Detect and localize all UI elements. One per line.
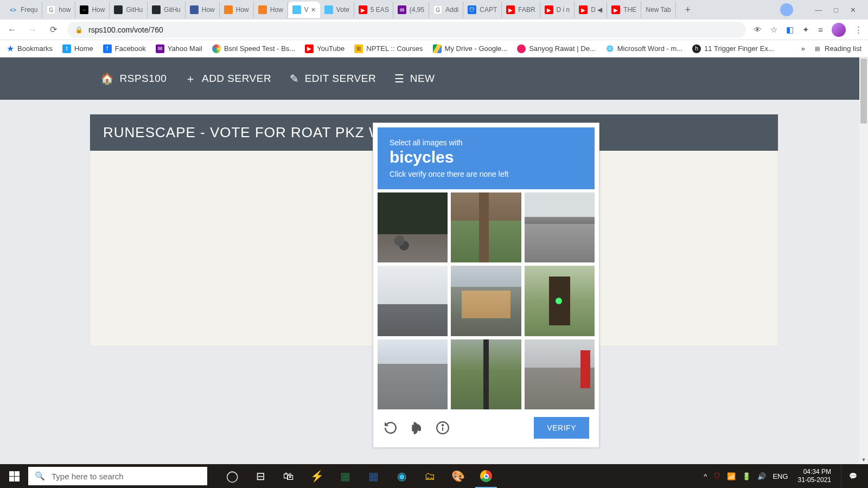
task-view-icon[interactable]: ⊟: [247, 464, 273, 488]
scroll-down-icon[interactable]: ▼: [859, 455, 868, 464]
word-icon[interactable]: ▦: [360, 464, 386, 488]
tab-active[interactable]: V✕: [288, 2, 320, 18]
new-tab-button[interactable]: +: [680, 2, 695, 17]
chrome-menu-button[interactable]: ⋮: [854, 25, 863, 35]
recaptcha-tile[interactable]: [378, 192, 448, 262]
tab-label: how: [59, 6, 71, 14]
tab[interactable]: Ghow: [42, 2, 75, 18]
recaptcha-tile[interactable]: [378, 339, 448, 409]
tab[interactable]: ▶5 EAS: [354, 2, 393, 18]
bookmark-item[interactable]: 🌐Microsoft Word - m...: [605, 44, 682, 53]
recaptcha-tile[interactable]: [525, 339, 595, 409]
language-indicator[interactable]: ENG: [773, 472, 788, 480]
start-button[interactable]: [0, 464, 28, 488]
tab[interactable]: ▶FABR: [502, 2, 540, 18]
search-icon: 🔍: [35, 471, 45, 481]
profile-avatar-icon[interactable]: [832, 23, 846, 37]
window-maximize-button[interactable]: □: [834, 6, 838, 14]
file-explorer-icon[interactable]: 🗂: [417, 464, 443, 488]
bookmark-item[interactable]: My Drive - Google...: [433, 44, 508, 53]
bookmark-item[interactable]: Sanyog Rawat | De...: [517, 44, 596, 53]
bookmark-item[interactable]: tHome: [62, 44, 93, 53]
favicon-youtube-icon: ▶: [506, 5, 515, 14]
tab[interactable]: ▶D ◀: [575, 2, 607, 18]
tab-label: (4,95: [410, 6, 424, 14]
window-minimize-button[interactable]: —: [815, 6, 822, 14]
tab[interactable]: ∙∙How: [75, 2, 110, 18]
chrome-account-icon[interactable]: [780, 3, 793, 16]
tab[interactable]: ⛉CAPT: [463, 2, 502, 18]
window-close-button[interactable]: ✕: [850, 6, 856, 14]
tray-overflow-icon[interactable]: ^: [704, 472, 707, 480]
tab[interactable]: GAddi: [429, 2, 463, 18]
recaptcha-tile[interactable]: [378, 266, 448, 336]
bookmark-item[interactable]: ✉Yahoo Mail: [156, 44, 202, 53]
tab[interactable]: ▶THE: [607, 2, 641, 18]
bookmark-item[interactable]: h11 Trigger Finger Ex...: [692, 44, 774, 53]
recaptcha-info-button[interactable]: [435, 420, 450, 435]
tab[interactable]: GitHu: [110, 2, 148, 18]
eye-off-icon[interactable]: 👁: [754, 25, 762, 34]
recaptcha-reload-button[interactable]: [383, 420, 398, 435]
url-text: rsps100.com/vote/760: [88, 25, 163, 34]
nav-reload-button[interactable]: ⟳: [47, 23, 60, 36]
taskbar-clock[interactable]: 04:34 PM 31-05-2021: [795, 468, 834, 484]
tab[interactable]: <>Frequ: [4, 2, 42, 18]
defender-icon[interactable]: ⛉: [713, 472, 720, 480]
recaptcha-tile[interactable]: [451, 339, 521, 409]
bookmark-star-icon[interactable]: ☆: [770, 25, 777, 35]
tab[interactable]: How: [254, 2, 288, 18]
tab[interactable]: How: [186, 2, 220, 18]
extensions-puzzle-icon[interactable]: ✦: [802, 25, 809, 35]
nav-back-button[interactable]: ←: [5, 23, 18, 36]
tab-close-icon[interactable]: ✕: [311, 7, 316, 14]
recaptcha-tile[interactable]: [525, 266, 595, 336]
chrome-icon[interactable]: [473, 464, 499, 488]
omnibox[interactable]: 🔒 rsps100.com/vote/760: [67, 22, 746, 38]
extension-icon[interactable]: ◧: [786, 25, 794, 35]
taskbar-search-input[interactable]: 🔍 Type here to search: [28, 467, 207, 485]
recaptcha-tile[interactable]: [451, 266, 521, 336]
tab[interactable]: ✉(4,95: [393, 2, 429, 18]
favicon-stackoverflow-icon: [224, 5, 233, 14]
page-viewport: 🏠RSPS100 ＋ADD SERVER ✎EDIT SERVER ☰NEW R…: [0, 57, 868, 464]
recaptcha-verify-button[interactable]: VERIFY: [534, 417, 589, 439]
volume-icon[interactable]: 🔊: [757, 472, 766, 480]
battery-icon[interactable]: 🔋: [742, 472, 751, 480]
tab-label: How: [270, 6, 283, 14]
power-automate-icon[interactable]: ⚡: [304, 464, 330, 488]
wifi-icon[interactable]: 📶: [727, 472, 736, 480]
recaptcha-target: bicycles: [390, 148, 583, 166]
recaptcha-grid: [378, 192, 595, 409]
nav-forward-button[interactable]: →: [26, 23, 39, 36]
recaptcha-audio-button[interactable]: [409, 420, 424, 435]
cortana-icon[interactable]: ◯: [219, 464, 245, 488]
nav-new[interactable]: ☰NEW: [394, 72, 435, 85]
tab[interactable]: ▶D i n: [540, 2, 575, 18]
bookmarks-overflow-button[interactable]: »: [801, 44, 805, 53]
nav-home[interactable]: 🏠RSPS100: [100, 72, 167, 85]
recaptcha-tile[interactable]: [451, 192, 521, 262]
scrollbar-thumb[interactable]: [860, 59, 867, 124]
tab[interactable]: GitHu: [148, 2, 186, 18]
action-center-button[interactable]: 💬: [841, 464, 865, 488]
tab[interactable]: How: [220, 2, 254, 18]
recaptcha-tile[interactable]: [525, 192, 595, 262]
ms-store-icon[interactable]: 🛍: [276, 464, 302, 488]
tab[interactable]: Vote: [320, 2, 354, 18]
scrollbar-track[interactable]: ▲ ▼: [859, 57, 868, 464]
excel-icon[interactable]: ▦: [332, 464, 358, 488]
tab[interactable]: New Tab: [641, 2, 675, 18]
nav-edit-server[interactable]: ✎EDIT SERVER: [290, 72, 376, 85]
nav-add-server[interactable]: ＋ADD SERVER: [185, 72, 271, 86]
reading-list-button[interactable]: ▤Reading list: [813, 44, 861, 53]
bookmark-item[interactable]: Bsnl Speed Test - Bs...: [212, 44, 295, 53]
bookmark-item[interactable]: ★Bookmarks: [7, 43, 53, 54]
bookmark-item[interactable]: ⊞NPTEL :: Courses: [354, 44, 423, 53]
bookmark-item[interactable]: ▶YouTube: [305, 44, 344, 53]
bookmark-item[interactable]: fFacebook: [103, 44, 146, 53]
edge-icon[interactable]: ◉: [388, 464, 414, 488]
reading-list-icon[interactable]: ≡: [818, 25, 823, 34]
paint-icon[interactable]: 🎨: [445, 464, 471, 488]
svg-point-2: [442, 425, 443, 426]
